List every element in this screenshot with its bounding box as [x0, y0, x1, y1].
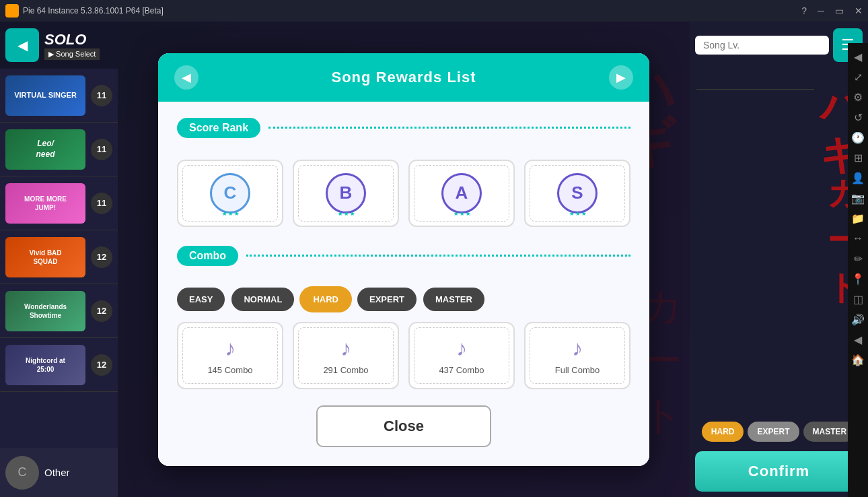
mmj-badge: 11	[91, 193, 112, 214]
tab-master[interactable]: MASTER	[423, 288, 484, 311]
song-select-label: ▶ Song Select	[44, 48, 100, 60]
medal-b: B ★ ★ ★	[326, 173, 366, 213]
nav-back-icon[interactable]: ◀	[850, 331, 866, 347]
medal-b-stars: ★ ★ ★	[338, 211, 355, 217]
sidebar-item-virtual-singer[interactable]: VIRTUAL SINGER 11	[0, 69, 118, 123]
location-icon[interactable]: 📍	[850, 271, 866, 287]
difficulty-buttons-row: HARD EXPERT MASTER 🔒	[690, 418, 868, 446]
modal-next-button[interactable]: ▶	[609, 65, 633, 90]
score-rank-section-header: Score Rank	[177, 118, 630, 149]
note-icon-full: ♪	[572, 336, 583, 361]
nightcord-badge: 12	[91, 354, 112, 376]
volume-icon[interactable]: 🔊	[850, 311, 866, 327]
refresh-icon[interactable]: ↺	[850, 109, 866, 125]
edit-icon[interactable]: ✏	[850, 251, 866, 267]
close-icon[interactable]: ✕	[855, 5, 863, 16]
combo-label-291: 291 Combo	[323, 365, 368, 375]
sidebar-header: ◀ SOLO ▶ Song Select	[0, 22, 118, 69]
home-icon[interactable]: 🏠	[850, 352, 866, 368]
difficulty-hard-button[interactable]: HARD	[702, 422, 744, 442]
difficulty-tabs: EASY NORMAL HARD EXPERT MASTER	[177, 288, 630, 311]
expand-icon[interactable]: ⤢	[850, 69, 866, 85]
person-icon[interactable]: 👤	[850, 170, 866, 186]
tab-hard[interactable]: HARD	[301, 288, 351, 311]
back-button[interactable]: ◀	[5, 28, 39, 62]
back-nav-icon[interactable]: ◀	[850, 48, 866, 65]
leo-need-badge: 11	[91, 139, 112, 160]
sidebar-item-more-more-jump[interactable]: MORE MOREJUMP! 11	[0, 176, 118, 230]
combo-section-header: Combo	[177, 246, 630, 277]
combo-card-437: ♪ 437 Combo	[408, 322, 515, 389]
combo-dotted-line	[246, 255, 630, 257]
rank-card-c: C ★ ★ ★	[177, 160, 283, 227]
right-panel: ☰ ハギ カート HARD EXPERT MASTER 🔒 Confirm	[690, 22, 868, 497]
score-rank-label: Score Rank	[177, 118, 260, 138]
grid-icon[interactable]: ⊞	[850, 150, 866, 166]
note-icon-145: ♪	[225, 336, 236, 361]
combo-label-437: 437 Combo	[439, 365, 484, 375]
vbs-logo: Vivid BADSQUAD	[5, 237, 85, 277]
right-sidebar-icons: ◀ ⤢ ⚙ ↺ 🕐 ⊞ 👤 📷 📁 ↔ ✏ 📍 ◫ 🔊 ◀ 🏠	[848, 43, 868, 497]
game-area: ◀ SOLO ▶ Song Select VIRTUAL SINGER 11 L…	[0, 22, 868, 497]
ws-badge: 12	[91, 300, 112, 322]
sidebar-item-vivid-bad-squad[interactable]: Vivid BADSQUAD 12	[0, 230, 118, 284]
right-bg-deco: ハギ カート	[690, 69, 868, 418]
minimize-icon[interactable]: ─	[818, 5, 824, 16]
medal-a-stars: ★ ★ ★	[454, 211, 470, 217]
app-title: Pie 64 Instance 5.3.86.1001 P64 [Beta]	[23, 6, 164, 15]
tab-easy[interactable]: EASY	[177, 288, 225, 311]
sidebar-item-wonderlands-showtime[interactable]: WonderlandsShowtime 12	[0, 284, 118, 338]
tab-expert[interactable]: EXPERT	[357, 288, 417, 311]
difficulty-expert-button[interactable]: EXPERT	[748, 422, 799, 442]
settings-icon[interactable]: ⚙	[850, 89, 866, 105]
score-rank-dotted-line	[268, 127, 630, 129]
note-icon-291: ♪	[340, 336, 351, 361]
right-top: ☰	[690, 22, 868, 69]
clock-icon[interactable]: 🕐	[850, 129, 866, 145]
combo-card-full: ♪ Full Combo	[524, 322, 630, 389]
modal-prev-button[interactable]: ◀	[174, 65, 198, 90]
folder-icon[interactable]: 📁	[850, 210, 866, 226]
confirm-button[interactable]: Confirm	[695, 451, 863, 492]
center-area: ハギ カート rk staccato ───── Song Lv. 11 ◀ S…	[118, 22, 690, 497]
virtual-singer-logo: VIRTUAL SINGER	[5, 75, 85, 116]
medal-a: A ★ ★ ★	[441, 173, 482, 213]
titlebar-controls: ? ─ ▭ ✕	[801, 5, 863, 16]
tab-normal[interactable]: NORMAL	[231, 288, 294, 311]
leo-need-logo: Leo/need	[5, 129, 85, 170]
resize-icon[interactable]: ↔	[850, 230, 866, 246]
vbs-badge: 12	[91, 246, 112, 268]
song-lv-input[interactable]	[695, 36, 829, 55]
help-icon[interactable]: ?	[801, 5, 807, 16]
layers-icon[interactable]: ◫	[850, 291, 866, 307]
modal-header: ◀ Song Rewards List ▶	[158, 53, 649, 102]
rank-card-b: B ★ ★ ★	[293, 160, 399, 227]
medal-s-stars: ★ ★ ★	[569, 211, 586, 217]
other-avatar: C	[5, 456, 39, 490]
rank-card-a: A ★ ★ ★	[408, 160, 515, 227]
modal-title: Song Rewards List	[331, 69, 476, 86]
sidebar-item-leo-need[interactable]: Leo/need 11	[0, 123, 118, 176]
rank-card-s: S ★ ★ ★	[524, 160, 630, 227]
modal-body: Score Rank C ★ ★ ★	[158, 102, 649, 466]
virtual-singer-badge: 11	[91, 85, 112, 106]
nightcord-logo: Nightcord at25:00	[5, 345, 85, 385]
restore-icon[interactable]: ▭	[835, 5, 844, 16]
camera-icon[interactable]: 📷	[850, 190, 866, 206]
combo-label-145: 145 Combo	[207, 365, 252, 375]
combo-label: Combo	[177, 246, 238, 266]
combo-card-145: ♪ 145 Combo	[177, 322, 283, 389]
sidebar-item-other[interactable]: C Other	[0, 448, 118, 497]
app-icon	[5, 4, 19, 18]
modal-overlay: ◀ Song Rewards List ▶ Score Rank C	[118, 22, 690, 497]
modal-dialog: ◀ Song Rewards List ▶ Score Rank C	[158, 53, 649, 466]
medal-c: C ★ ★ ★	[210, 173, 250, 213]
medal-s: S ★ ★ ★	[557, 173, 598, 213]
combo-card-291: ♪ 291 Combo	[293, 322, 399, 389]
solo-label: SOLO	[44, 31, 100, 48]
mmj-logo: MORE MOREJUMP!	[5, 183, 85, 224]
sidebar-item-nightcord[interactable]: Nightcord at25:00 12	[0, 338, 118, 392]
rank-cards: C ★ ★ ★ B	[177, 160, 630, 227]
sidebar: ◀ SOLO ▶ Song Select VIRTUAL SINGER 11 L…	[0, 22, 118, 497]
close-button[interactable]: Close	[316, 405, 491, 447]
